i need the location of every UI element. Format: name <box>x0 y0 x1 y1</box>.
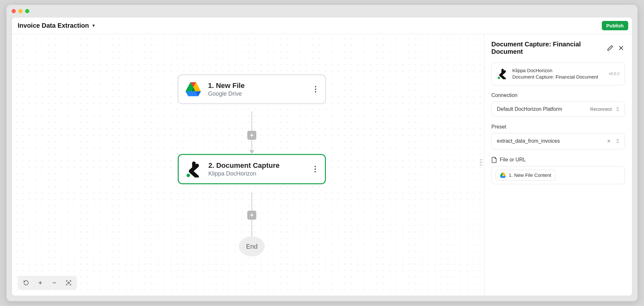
kebab-icon <box>315 166 316 172</box>
integration-name: Klippa DocHorizon <box>512 67 604 74</box>
svg-point-11 <box>481 162 482 163</box>
file-label: File or URL <box>500 157 526 163</box>
connection-label: Connection <box>491 92 625 98</box>
integration-card: Klippa DocHorizon Document Capture: Fina… <box>491 62 625 85</box>
file-icon <box>491 157 497 163</box>
klippa-icon <box>185 161 202 177</box>
workflow-title: Invoice Data Extraction <box>18 22 89 29</box>
edit-title-button[interactable] <box>606 44 614 52</box>
add-step-button[interactable]: + <box>247 131 256 140</box>
node-text: 2. Document Capture Klippa DocHorizon <box>208 161 306 177</box>
caret-down-icon: ▼ <box>91 23 96 28</box>
node-menu-button[interactable] <box>312 85 319 94</box>
zoom-out-button[interactable] <box>47 277 62 289</box>
integration-card-text: Klippa DocHorizon Document Capture: Fina… <box>512 67 604 81</box>
flow-canvas[interactable]: 1. New File Google Drive + <box>12 34 484 296</box>
app-content: Invoice Data Extraction ▼ Publish <box>12 17 632 296</box>
file-field[interactable]: 1. New File Content <box>491 166 625 184</box>
app-header: Invoice Data Extraction ▼ Publish <box>12 17 632 34</box>
preset-label: Preset <box>491 124 625 130</box>
main-area: 1. New File Google Drive + <box>12 34 632 296</box>
file-source-chip[interactable]: 1. New File Content <box>496 170 555 181</box>
file-section: File or URL 1. New File Content <box>491 157 625 184</box>
panel-header: Document Capture: Financial Document <box>491 41 625 55</box>
window-frame: Invoice Data Extraction ▼ Publish <box>6 5 638 301</box>
publish-button[interactable]: Publish <box>602 21 628 30</box>
file-label-row: File or URL <box>491 157 625 163</box>
plus-icon <box>37 280 43 286</box>
preset-section: Preset extract_data_from_invoices × <box>491 124 625 149</box>
canvas-toolbar <box>18 276 77 290</box>
connection-field[interactable]: Default DocHorizon Platform Reconnect <box>491 101 625 117</box>
file-source-chip-text: 1. New File Content <box>509 172 551 178</box>
svg-point-10 <box>480 162 481 163</box>
connection-section: Connection Default DocHorizon Platform R… <box>491 92 625 117</box>
add-step-button[interactable]: + <box>247 211 256 220</box>
svg-point-9 <box>481 159 482 160</box>
svg-point-7 <box>186 174 190 177</box>
connector-line <box>251 140 252 150</box>
mac-titlebar <box>6 5 638 17</box>
connector-line <box>251 220 252 236</box>
fit-view-icon <box>66 280 71 286</box>
google-drive-icon <box>500 172 506 178</box>
details-panel: Document Capture: Financial Document <box>484 34 632 296</box>
node-subtitle: Google Drive <box>208 91 306 97</box>
close-icon <box>618 45 624 51</box>
node-menu-button[interactable] <box>312 165 318 174</box>
svg-marker-24 <box>500 176 506 178</box>
svg-point-8 <box>480 159 481 160</box>
window-maximize-dot[interactable] <box>25 9 29 13</box>
select-stepper-icon[interactable] <box>616 139 620 144</box>
svg-rect-17 <box>68 282 70 284</box>
arrowhead-icon <box>249 150 254 154</box>
flow-node-new-file[interactable]: 1. New File Google Drive <box>178 74 326 104</box>
clear-preset-button[interactable]: × <box>606 138 612 145</box>
fit-view-button[interactable] <box>62 277 76 289</box>
google-drive-icon <box>185 81 202 98</box>
select-stepper-icon[interactable] <box>616 107 620 112</box>
minus-icon <box>52 280 57 286</box>
preset-value: extract_data_from_invoices <box>497 138 602 144</box>
end-node: End <box>239 236 265 256</box>
panel-resize-handle[interactable] <box>479 158 483 171</box>
connection-value: Default DocHorizon Platform <box>497 106 586 112</box>
flow-node-document-capture[interactable]: 2. Document Capture Klippa DocHorizon <box>178 154 326 184</box>
pencil-icon <box>607 45 613 51</box>
window-close-dot[interactable] <box>12 9 16 13</box>
connector-line <box>251 192 252 211</box>
svg-point-21 <box>498 77 500 79</box>
workflow-title-dropdown[interactable]: Invoice Data Extraction ▼ <box>16 21 98 31</box>
refresh-icon <box>23 280 29 286</box>
node-subtitle: Klippa DocHorizon <box>208 170 306 177</box>
window-minimize-dot[interactable] <box>18 9 23 13</box>
close-panel-button[interactable] <box>617 44 625 52</box>
svg-point-12 <box>480 165 481 166</box>
svg-point-13 <box>481 165 482 166</box>
klippa-icon <box>497 68 508 79</box>
zoom-in-button[interactable] <box>33 277 47 289</box>
connector-line <box>251 111 252 131</box>
node-text: 1. New File Google Drive <box>208 81 306 97</box>
refresh-button[interactable] <box>19 277 33 289</box>
panel-title: Document Capture: Financial Document <box>491 41 603 55</box>
node-title: 1. New File <box>208 81 306 90</box>
reconnect-button[interactable]: Reconnect <box>590 107 612 112</box>
preset-field[interactable]: extract_data_from_invoices × <box>491 133 625 149</box>
node-title: 2. Document Capture <box>208 161 306 170</box>
integration-version: v0.0.2 <box>609 72 620 76</box>
integration-action: Document Capture: Financial Document <box>512 74 604 80</box>
end-node-label: End <box>246 243 258 250</box>
kebab-icon <box>315 86 316 92</box>
